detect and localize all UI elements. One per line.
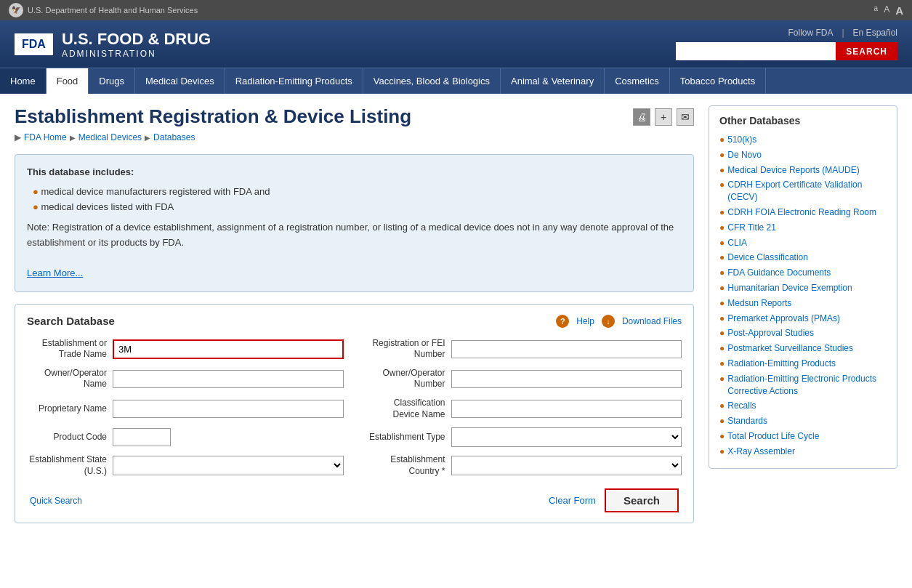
sidebar: Other Databases 510(k)s De Novo Medical … [709, 105, 897, 523]
quick-search-link[interactable]: Quick Search [30, 496, 82, 506]
db-link-clia: CLIA [719, 235, 887, 251]
establishment-state-select[interactable] [113, 456, 344, 475]
nav-medical-devices[interactable]: Medical Devices [135, 68, 225, 94]
establishment-input[interactable] [113, 339, 344, 359]
establishment-country-field [451, 456, 682, 475]
establishment-type-select[interactable] [451, 427, 682, 447]
page-title: Establishment Registration & Device List… [15, 105, 411, 128]
db-hde-anchor[interactable]: Humanitarian Device Exemption [727, 282, 852, 294]
db-guidance-anchor[interactable]: FDA Guidance Documents [727, 267, 831, 279]
nav-animal[interactable]: Animal & Veterinary [501, 68, 605, 94]
gov-bar: 🦅 U.S. Department of Health and Human Se… [0, 0, 912, 20]
db-xray-anchor[interactable]: X-Ray Assembler [727, 446, 795, 458]
classification-field [451, 400, 682, 418]
product-code-input[interactable] [113, 428, 171, 446]
download-link[interactable]: Download Files [622, 316, 682, 326]
nav-radiation[interactable]: Radiation-Emitting Products [225, 68, 363, 94]
owner-operator-label: Owner/Operator Name [27, 368, 107, 390]
breadcrumb: ▶ FDA Home ▶ Medical Devices ▶ Databases [15, 132, 411, 142]
page-header-left: Establishment Registration & Device List… [15, 105, 411, 154]
db-postmarket-anchor[interactable]: Postmarket Surveillance Studies [727, 342, 853, 355]
font-size-small[interactable]: a [874, 4, 879, 17]
product-code-field [113, 428, 344, 446]
db-link-post-approval: Post-Approval Studies [719, 326, 887, 341]
db-tplc-anchor[interactable]: Total Product Life Cycle [727, 430, 819, 443]
header-links: Follow FDA | En Español [788, 28, 897, 38]
help-link[interactable]: Help [576, 316, 594, 326]
main-content: Establishment Registration & Device List… [15, 105, 694, 523]
owner-operator-number-label: Owner/Operator Number [366, 368, 445, 390]
db-link-cecv: CDRH Export Certificate Validation (CECV… [719, 177, 887, 205]
page-icons: 🖨 + ✉ [633, 108, 694, 126]
nav-cosmetics[interactable]: Cosmetics [605, 68, 670, 94]
proprietary-label: Proprietary Name [27, 403, 107, 415]
db-standards-anchor[interactable]: Standards [727, 415, 767, 427]
owner-operator-number-field [451, 370, 682, 388]
db-maude-anchor[interactable]: Medical Device Reports (MAUDE) [727, 164, 859, 177]
nav-drugs[interactable]: Drugs [89, 68, 135, 94]
plus-icon[interactable]: + [655, 108, 672, 126]
proprietary-input[interactable] [113, 400, 344, 418]
search-button[interactable]: Search [605, 488, 679, 512]
registration-field-row: Registration or FEI Number [366, 338, 682, 361]
nav-food[interactable]: Food [47, 68, 89, 94]
info-item-1: medical device manufacturers registered … [33, 185, 682, 200]
nav-home[interactable]: Home [0, 68, 47, 94]
fda-box-label: FDA [15, 33, 53, 55]
db-radiation-corrective-anchor[interactable]: Radiation-Emitting Electronic Products C… [727, 373, 887, 398]
registration-input[interactable] [451, 340, 682, 358]
font-size-medium[interactable]: A [884, 4, 889, 17]
db-foia-anchor[interactable]: CDRH FOIA Electronic Reading Room [727, 206, 876, 219]
header-search-button[interactable]: SEARCH [836, 42, 897, 60]
info-note: Note: Registration of a device establish… [27, 220, 682, 251]
db-clia-anchor[interactable]: CLIA [727, 237, 747, 249]
info-item-2: medical devices listed with FDA [33, 200, 682, 215]
classification-input[interactable] [451, 400, 682, 418]
db-link-recalls: Recalls [719, 398, 887, 414]
owner-operator-input[interactable] [113, 370, 344, 388]
breadcrumb-medical-devices[interactable]: Medical Devices [78, 132, 142, 142]
breadcrumb-fda-home[interactable]: FDA Home [24, 132, 67, 142]
db-link-maude: Medical Device Reports (MAUDE) [719, 163, 887, 178]
db-post-approval-anchor[interactable]: Post-Approval Studies [727, 327, 814, 339]
db-radiation-anchor[interactable]: Radiation-Emitting Products [727, 358, 836, 370]
db-link-hde: Humanitarian Device Exemption [719, 281, 887, 296]
search-form: Establishment or Trade Name Registration… [27, 338, 682, 478]
db-510k-anchor[interactable]: 510(k)s [727, 134, 756, 146]
follow-fda-link[interactable]: Follow FDA [788, 28, 833, 38]
registration-field [451, 340, 682, 358]
db-medsun-anchor[interactable]: Medsun Reports [727, 297, 791, 310]
info-list: medical device manufacturers registered … [27, 185, 682, 215]
agency-name: U.S. Department of Health and Human Serv… [28, 6, 198, 15]
owner-operator-number-field-row: Owner/Operator Number [366, 368, 682, 390]
page-header: Establishment Registration & Device List… [15, 105, 694, 154]
db-de-novo-anchor[interactable]: De Novo [727, 149, 762, 161]
learn-more-link[interactable]: Learn More... [27, 267, 83, 278]
db-link-de-novo: De Novo [719, 148, 887, 163]
db-link-radiation-corrective: Radiation-Emitting Electronic Products C… [719, 371, 887, 399]
owner-operator-number-input[interactable] [451, 370, 682, 388]
fda-logo: FDA U.S. FOOD & DRUG ADMINISTRATION [15, 30, 211, 59]
nav-tobacco[interactable]: Tobacco Products [670, 68, 766, 94]
nav-vaccines[interactable]: Vaccines, Blood & Biologics [363, 68, 501, 94]
db-cecv-anchor[interactable]: CDRH Export Certificate Validation (CECV… [727, 179, 887, 204]
page-content: Establishment Registration & Device List… [0, 94, 912, 535]
clear-form-button[interactable]: Clear Form [549, 495, 596, 506]
search-db-tools: ? Help ↓ Download Files [556, 315, 682, 328]
establishment-country-select[interactable] [451, 456, 682, 475]
mail-icon[interactable]: ✉ [677, 108, 694, 126]
db-pma-anchor[interactable]: Premarket Approvals (PMAs) [727, 313, 840, 325]
db-cfr-anchor[interactable]: CFR Title 21 [727, 222, 776, 234]
db-device-classification-anchor[interactable]: Device Classification [727, 251, 808, 264]
header-search-input[interactable] [676, 42, 836, 60]
db-link-510k: 510(k)s [719, 132, 887, 148]
classification-label: Classification Device Name [366, 398, 445, 420]
breadcrumb-databases[interactable]: Databases [153, 132, 195, 142]
print-icon[interactable]: 🖨 [633, 108, 650, 126]
db-recalls-anchor[interactable]: Recalls [727, 400, 756, 412]
establishment-type-field-row: Establishment Type [366, 427, 682, 447]
font-size-large[interactable]: A [895, 4, 903, 17]
product-code-label: Product Code [27, 432, 107, 443]
en-espanol-link[interactable]: En Español [853, 28, 897, 38]
db-link-foia: CDRH FOIA Electronic Reading Room [719, 205, 887, 220]
